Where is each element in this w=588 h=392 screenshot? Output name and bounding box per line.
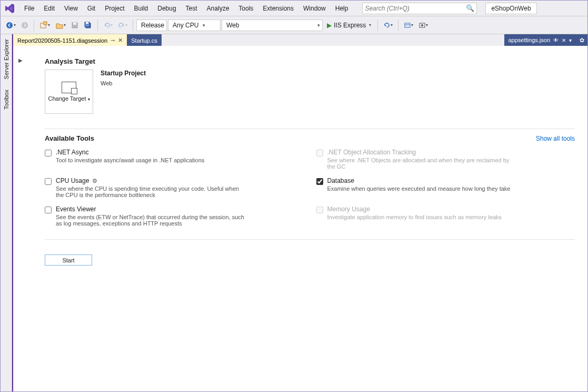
available-tools-heading: Available Tools — [45, 134, 94, 142]
server-explorer-tab[interactable]: Server Explorer — [2, 35, 11, 83]
nav-forward-button[interactable] — [19, 19, 31, 32]
document-tabs: Report20200505-1151.diagsession ⊸ ✕ Star… — [13, 34, 587, 46]
browser-link-button[interactable]: ▾ — [402, 19, 415, 32]
tool-allocation: .NET Object Allocation Tracking See wher… — [316, 149, 575, 170]
menu-help[interactable]: Help — [331, 3, 353, 14]
config-combo[interactable]: Release▾ — [136, 19, 167, 31]
menu-edit[interactable]: Edit — [39, 3, 59, 14]
save-button[interactable] — [69, 19, 81, 32]
tab-options-icon[interactable]: ✿ — [576, 34, 587, 46]
menu-debug[interactable]: Debug — [153, 3, 181, 14]
menu-view[interactable]: View — [59, 3, 83, 14]
side-tool-strip: Server Explorer Toolbox — [1, 34, 12, 391]
show-all-tools-link[interactable]: Show all tools — [536, 135, 575, 142]
visual-studio-logo-icon — [4, 2, 16, 15]
svg-point-1 — [22, 22, 28, 28]
tool-cpu-usage: CPU Usage ⚙ See where the CPU is spendin… — [45, 177, 304, 198]
change-target-button[interactable]: Change Target ▾ — [45, 70, 93, 114]
tool-net-async-checkbox[interactable] — [45, 150, 52, 156]
tool-desc: Tool to investigate async/await usage in… — [56, 157, 204, 163]
tab-label: Startup.cs — [131, 37, 157, 44]
startup-project-label: Startup Project — [101, 70, 146, 77]
tool-cpu-checkbox[interactable] — [45, 178, 52, 185]
startup-target-combo[interactable]: Web▾ — [222, 19, 323, 31]
tool-name: CPU Usage ⚙ — [56, 177, 245, 184]
tool-database-checkbox[interactable] — [316, 178, 323, 185]
tool-desc: Investigate application memory to find i… — [327, 214, 502, 220]
tab-diagsession[interactable]: Report20200505-1151.diagsession ⊸ ✕ — [13, 34, 127, 46]
tool-name: Events Viewer — [56, 205, 245, 213]
menu-analyze[interactable]: Analyze — [202, 3, 234, 14]
tool-name: .NET Object Allocation Tracking — [327, 149, 517, 156]
menu-git[interactable]: Git — [83, 3, 100, 14]
menu-window[interactable]: Window — [298, 3, 331, 14]
close-icon[interactable]: ✕ — [118, 37, 123, 44]
menu-tools[interactable]: Tools — [234, 3, 258, 14]
tool-memory-checkbox — [316, 207, 323, 213]
menu-project[interactable]: Project — [100, 3, 129, 14]
main-toolbar: ▾ ▾ ▾ ▾ ▾ Release▾ Any CPU▾ Web▾ ▶IIS Ex… — [1, 16, 587, 34]
tool-desc: See the events (ETW or NetTrace) that oc… — [56, 214, 245, 227]
preview-button[interactable]: ▾ — [416, 19, 430, 32]
svg-rect-3 — [44, 22, 47, 25]
tab-appsettings[interactable]: appsettings.json 👁 ✕ ▾ — [504, 34, 576, 46]
gear-icon[interactable]: ⚙ — [92, 178, 97, 184]
divider — [45, 129, 575, 129]
menu-extensions[interactable]: Extensions — [258, 3, 298, 14]
tool-database: Database Examine when queries were execu… — [316, 177, 575, 198]
menu-test[interactable]: Test — [181, 3, 202, 14]
divider — [45, 239, 575, 240]
search-input[interactable] — [365, 5, 466, 12]
collapse-toggle-icon[interactable]: ▶ — [18, 57, 23, 63]
pin-icon[interactable]: ⊸ — [111, 37, 115, 43]
refresh-button[interactable]: ▾ — [381, 19, 395, 32]
nav-back-button[interactable]: ▾ — [4, 19, 18, 32]
new-project-button[interactable]: ▾ — [37, 19, 52, 32]
target-info: Startup Project Web — [101, 70, 146, 86]
chevron-down-icon[interactable]: ▾ — [569, 37, 572, 43]
svg-point-11 — [421, 24, 423, 26]
menu-bar: File Edit View Git Project Build Debug T… — [1, 1, 587, 16]
search-box[interactable]: 🔍 — [362, 3, 477, 14]
run-button[interactable]: ▶IIS Express▾ — [324, 19, 374, 32]
svg-rect-9 — [405, 23, 410, 27]
tool-name: Memory Usage — [327, 205, 502, 213]
solution-name[interactable]: eShopOnWeb — [485, 3, 536, 14]
profiler-pane: ▶ Analysis Target Change Target ▾ Startu… — [13, 46, 587, 391]
change-target-label: Change Target ▾ — [48, 95, 89, 102]
platform-combo[interactable]: Any CPU▾ — [168, 19, 221, 31]
tab-label: Report20200505-1151.diagsession — [17, 37, 107, 44]
tool-net-async: .NET Async Tool to investigate async/awa… — [45, 149, 304, 170]
toolbox-tab[interactable]: Toolbox — [2, 86, 11, 113]
separator — [398, 19, 398, 31]
tool-name: .NET Async — [56, 149, 204, 156]
tool-desc: See where the CPU is spending time execu… — [56, 185, 245, 198]
tab-label: appsettings.json — [509, 37, 551, 43]
tab-startup[interactable]: Startup.cs — [127, 34, 162, 46]
tool-memory-usage: Memory Usage Investigate application mem… — [316, 205, 575, 227]
close-icon[interactable]: ✕ — [562, 37, 566, 43]
tool-desc: Examine when queries were executed and m… — [327, 185, 511, 192]
svg-point-0 — [6, 22, 13, 28]
preview-icon: 👁 — [553, 37, 559, 43]
separator — [133, 19, 133, 31]
separator — [97, 19, 98, 31]
menu-build[interactable]: Build — [129, 3, 153, 14]
search-icon: 🔍 — [466, 4, 474, 12]
redo-button[interactable]: ▾ — [116, 19, 129, 32]
document-area: Report20200505-1151.diagsession ⊸ ✕ Star… — [12, 34, 587, 391]
separator — [34, 19, 34, 31]
undo-button[interactable]: ▾ — [101, 19, 115, 32]
open-file-button[interactable]: ▾ — [53, 19, 68, 32]
tool-events-viewer: Events Viewer See the events (ETW or Net… — [45, 205, 304, 227]
save-all-button[interactable] — [82, 19, 94, 32]
tool-events-checkbox[interactable] — [45, 207, 52, 213]
analysis-target-heading: Analysis Target — [45, 57, 575, 65]
svg-rect-5 — [73, 23, 76, 25]
start-button[interactable]: Start — [45, 254, 92, 266]
tool-name: Database — [327, 177, 511, 184]
separator — [377, 19, 378, 31]
svg-rect-8 — [86, 22, 88, 24]
menu-file[interactable]: File — [19, 3, 39, 14]
tool-allocation-checkbox — [316, 150, 323, 156]
